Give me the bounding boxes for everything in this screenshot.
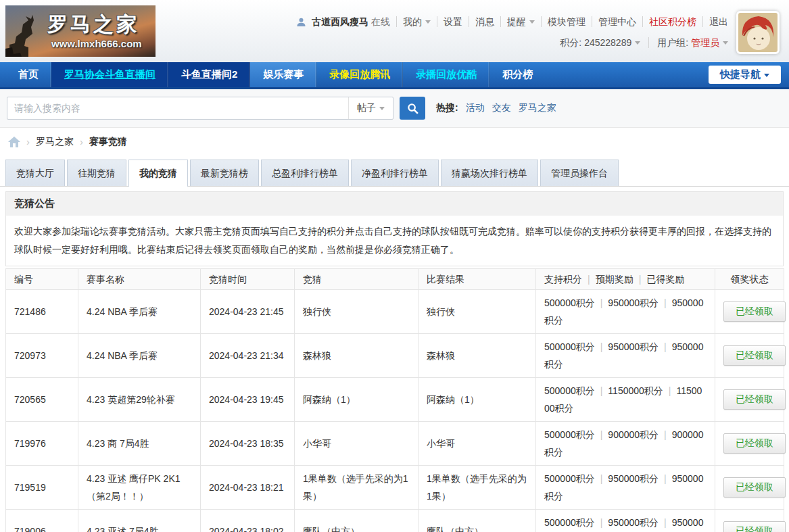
notice-panel: 竞猜公告 欢迎大家参加柒瑞论坛赛事竞猜活动。大家只需主竞猜页面填写自己支持的积分… bbox=[5, 191, 784, 266]
hot-link-home[interactable]: 罗马之家 bbox=[519, 102, 556, 114]
cell-event: 4.24 NBA 季后赛 bbox=[78, 334, 201, 378]
logo-url: www.lmxh666.com bbox=[51, 38, 142, 49]
points-expected: 950000积分 bbox=[608, 473, 659, 484]
table-row: 721486 4.24 NBA 季后赛 2024-04-23 21:45 独行侠… bbox=[6, 290, 784, 334]
pipe-separator: | bbox=[669, 385, 671, 396]
nav-item-entertainment[interactable]: 娱乐赛事 bbox=[250, 62, 316, 87]
cell-result: 阿森纳（1） bbox=[419, 378, 536, 422]
points-support: 500000积分 bbox=[544, 429, 595, 440]
cell-bet: 小华哥 bbox=[295, 422, 419, 466]
tab-latest-bets[interactable]: 最新竞猜榜 bbox=[190, 160, 259, 186]
tab-past-bets[interactable]: 往期竞猜 bbox=[67, 160, 126, 186]
quick-nav-button[interactable]: 快捷导航 bbox=[709, 66, 781, 84]
nav-item-replay-youku[interactable]: 录播回放优酷 bbox=[403, 62, 489, 87]
hot-search-label: 热搜: bbox=[436, 102, 458, 114]
cell-status: 已经领取 bbox=[715, 290, 784, 334]
cell-points: 500000积分|900000积分|900000积分 bbox=[536, 422, 715, 466]
menu-settings[interactable]: 设置 bbox=[437, 16, 462, 27]
pipe-separator: | bbox=[600, 297, 603, 308]
main-nav: 首页 罗马协会斗鱼直播间 斗鱼直播间2 娱乐赛事 录像回放腾讯 录播回放优酷 积… bbox=[0, 62, 789, 89]
site-header: 罗马之家 www.lmxh666.com 古道西风瘦马在线我的设置消息提醒模块管… bbox=[0, 0, 789, 62]
menu-admin-center[interactable]: 管理中心 bbox=[592, 16, 636, 27]
table-header-row: 编号 赛事名称 竞猜时间 竞猜 比赛结果 支持积分|预期奖励|已得奖励 领奖状态 bbox=[6, 269, 784, 290]
claim-button[interactable]: 已经领取 bbox=[723, 301, 786, 322]
menu-points-board[interactable]: 社区积分榜 bbox=[642, 16, 696, 27]
my-bets-table: 编号 赛事名称 竞猜时间 竞猜 比赛结果 支持积分|预期奖励|已得奖励 领奖状态… bbox=[5, 268, 784, 532]
search-button[interactable] bbox=[400, 97, 425, 120]
tab-betting-hall[interactable]: 竞猜大厅 bbox=[5, 160, 65, 186]
cell-time: 2024-04-23 21:34 bbox=[201, 334, 295, 378]
caret-down-icon bbox=[764, 74, 769, 77]
cell-status: 已经领取 bbox=[715, 466, 784, 510]
cell-id: 721486 bbox=[6, 290, 78, 334]
username-link[interactable]: 古道西风瘦马 bbox=[312, 16, 368, 27]
cell-time: 2024-04-23 19:45 bbox=[201, 378, 295, 422]
cell-event: 4.23 商 7局4胜 bbox=[78, 422, 201, 466]
col-time: 竞猜时间 bbox=[201, 269, 295, 290]
cell-result: 小华哥 bbox=[419, 422, 536, 466]
cell-event: 4.23 英超第29轮补赛 bbox=[78, 378, 201, 422]
notice-title: 竞猜公告 bbox=[6, 192, 783, 216]
notice-body: 欢迎大家参加柒瑞论坛赛事竞猜活动。大家只需主竞猜页面填写自己支持的积分并点击自己… bbox=[6, 216, 783, 266]
points-expected: 1150000积分 bbox=[608, 385, 663, 396]
claim-button[interactable]: 已经领取 bbox=[723, 433, 786, 454]
table-row: 719519 4.23 亚述 鹰仔PK 2K1（第2局！！） 2024-04-2… bbox=[6, 466, 784, 510]
col-id: 编号 bbox=[6, 269, 78, 290]
col-earned: 已得奖励 bbox=[646, 274, 684, 285]
tab-bar: 竞猜大厅 往期竞猜 我的竞猜 最新竞猜榜 总盈利排行榜单 净盈利排行榜单 猜赢场… bbox=[0, 155, 789, 187]
menu-logout[interactable]: 退出 bbox=[702, 16, 728, 27]
menu-my[interactable]: 我的 bbox=[396, 16, 431, 27]
breadcrumb-current[interactable]: 赛事竞猜 bbox=[89, 136, 127, 148]
points-label: 积分: bbox=[560, 37, 581, 48]
col-points: 支持积分|预期奖励|已得奖励 bbox=[536, 269, 715, 290]
cell-time: 2024-04-23 21:45 bbox=[201, 290, 295, 334]
nav-item-douyu-live2[interactable]: 斗鱼直播间2 bbox=[168, 62, 250, 87]
cell-points: 500000积分|950000积分|950000积分 bbox=[536, 466, 715, 510]
site-logo[interactable]: 罗马之家 www.lmxh666.com bbox=[5, 5, 156, 57]
hot-link-activity[interactable]: 活动 bbox=[466, 102, 485, 114]
claim-button[interactable]: 已经领取 bbox=[723, 345, 786, 366]
breadcrumb-forum[interactable]: 罗马之家 bbox=[36, 136, 74, 148]
caret-down-icon bbox=[723, 41, 728, 45]
pipe-separator: | bbox=[588, 274, 590, 285]
claim-button[interactable]: 已经领取 bbox=[723, 477, 786, 498]
tab-wins-rank[interactable]: 猜赢场次排行榜单 bbox=[441, 160, 538, 186]
claim-button[interactable]: 已经领取 bbox=[723, 521, 786, 532]
user-area: 古道西风瘦马在线我的设置消息提醒模块管理管理中心社区积分榜退出 积分: 2452… bbox=[296, 15, 728, 49]
tab-my-bets[interactable]: 我的竞猜 bbox=[128, 160, 188, 187]
usergroup-value[interactable]: 管理员 bbox=[691, 37, 719, 48]
claim-button[interactable]: 已经领取 bbox=[723, 389, 786, 410]
cell-id: 719006 bbox=[6, 510, 78, 532]
cell-bet: 独行侠 bbox=[295, 290, 419, 334]
avatar[interactable] bbox=[736, 11, 780, 54]
menu-messages[interactable]: 消息 bbox=[469, 16, 494, 27]
search-box: 帖子 bbox=[7, 97, 393, 120]
cell-time: 2024-04-23 18:21 bbox=[201, 466, 295, 510]
nav-item-home[interactable]: 首页 bbox=[5, 62, 51, 87]
home-icon[interactable] bbox=[8, 137, 20, 147]
tab-total-profit-rank[interactable]: 总盈利排行榜单 bbox=[261, 160, 349, 186]
menu-module-admin[interactable]: 模块管理 bbox=[541, 16, 585, 27]
search-input[interactable] bbox=[7, 97, 348, 119]
breadcrumb-separator: › bbox=[80, 136, 83, 147]
tab-admin-console[interactable]: 管理员操作台 bbox=[540, 160, 619, 186]
pipe-separator: | bbox=[600, 341, 603, 352]
tab-net-profit-rank[interactable]: 净盈利排行榜单 bbox=[351, 160, 439, 186]
cell-time: 2024-04-23 18:35 bbox=[201, 422, 295, 466]
nav-item-douyu-live[interactable]: 罗马协会斗鱼直播间 bbox=[51, 62, 168, 87]
nav-spacer bbox=[546, 62, 709, 87]
col-status: 领奖状态 bbox=[715, 269, 784, 290]
search-icon bbox=[407, 103, 419, 114]
table-row: 720973 4.24 NBA 季后赛 2024-04-23 21:34 森林狼… bbox=[6, 334, 784, 378]
search-type-select[interactable]: 帖子 bbox=[348, 97, 393, 119]
pipe-separator: | bbox=[664, 473, 667, 484]
horse-statue-icon bbox=[5, 9, 47, 57]
hot-link-friends[interactable]: 交友 bbox=[492, 102, 511, 114]
cell-points: 500000积分|1150000积分|1150000积分 bbox=[536, 378, 715, 422]
nav-item-replay-tencent[interactable]: 录像回放腾讯 bbox=[316, 62, 403, 87]
nav-item-rankings[interactable]: 积分榜 bbox=[489, 62, 546, 87]
menu-reminders[interactable]: 提醒 bbox=[500, 16, 535, 27]
table-row: 720565 4.23 英超第29轮补赛 2024-04-23 19:45 阿森… bbox=[6, 378, 784, 422]
cell-event: 4.23 亚述 7局4胜 bbox=[78, 510, 201, 532]
points-value[interactable]: 245228289 bbox=[584, 37, 631, 48]
